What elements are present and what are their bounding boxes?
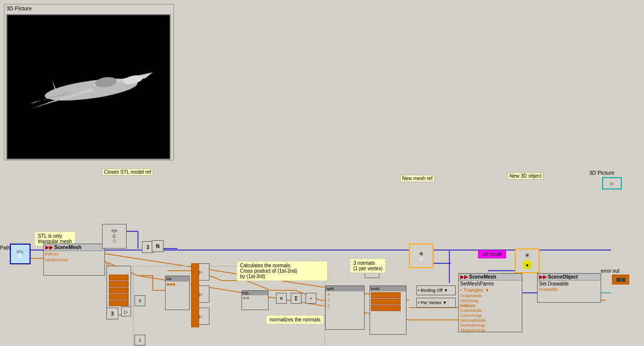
vertex-array-port: VertexArray — [44, 257, 104, 263]
picture-panel-title: 3D Picture — [4, 4, 173, 12]
index-zero-node[interactable]: 0 — [135, 295, 145, 306]
sum-node[interactable]: Σ — [291, 293, 302, 304]
triangle-node-mid[interactable]: ▷ — [121, 307, 131, 316]
three-normals-box: 3 normals(1 per vertex) — [350, 258, 386, 273]
new-3d-object-label: New 3D object — [508, 172, 543, 180]
new-mesh-ref-node[interactable]: ✳ ⬜ — [409, 244, 434, 268]
scene-object-node[interactable]: ▶▶ SceneObject Set Drawable Drawable — [537, 273, 601, 303]
xyz-split-node[interactable]: split X Y Z — [325, 285, 365, 330]
formula-node[interactable]: SQL A·B — [241, 290, 269, 310]
indices-port: Indices — [44, 251, 104, 257]
stl-model-label: .stl model — [478, 250, 506, 258]
n-node[interactable]: N — [152, 240, 164, 252]
scene-mesh-node-2[interactable]: ▶▶ SceneMesh SetMeshParms • Triangles ▼ … — [458, 273, 522, 332]
path-label: Path — [0, 245, 10, 251]
bracket-node — [191, 263, 199, 327]
picture-panel: 3D Picture — [4, 4, 174, 160]
picture-3d-right-label: 3D Picture — [589, 170, 614, 176]
glider-svg — [15, 23, 163, 151]
normalizes-normals-box: normalizes the normals — [266, 315, 324, 324]
diagram-area: Closes STL model ref New mesh ref New 3D… — [0, 167, 644, 346]
new-3d-object-node[interactable]: ✳ ● — [515, 249, 540, 273]
index-one-node[interactable]: 1 — [135, 335, 145, 346]
scene-mesh-node-1[interactable]: ▶▶ SceneMesh Indices VertexArray — [43, 244, 105, 276]
control-node-top[interactable]: *//* C □ — [102, 224, 127, 249]
stl-node[interactable]: STL 📄 — [10, 244, 31, 264]
binding-off-dropdown[interactable]: • Binding Off ▼ — [416, 285, 456, 295]
div-node[interactable]: ÷ — [305, 293, 316, 304]
closes-stl-label: Closes STL model ref — [102, 168, 153, 176]
new-mesh-ref-label: New mesh ref — [400, 175, 435, 182]
picture-output-node[interactable]: ▷ — [602, 177, 622, 189]
error-out-label: error out — [601, 268, 619, 274]
array-rebuild-node[interactable]: build — [370, 285, 407, 335]
svg-marker-3 — [30, 96, 55, 104]
multiply-node[interactable]: × — [276, 293, 287, 304]
array-index-node[interactable]: idx ◆◆◆ — [165, 276, 190, 310]
picture-canvas — [6, 14, 170, 159]
error-out-node[interactable]: ⬛⬛ — [612, 275, 629, 284]
calculates-normals-box: Calculates the normals.Cross product of … — [237, 261, 328, 281]
per-vertex-dropdown[interactable]: • Per Vertex ▼ — [416, 298, 456, 308]
three-node-mid[interactable]: 3 — [106, 308, 118, 319]
